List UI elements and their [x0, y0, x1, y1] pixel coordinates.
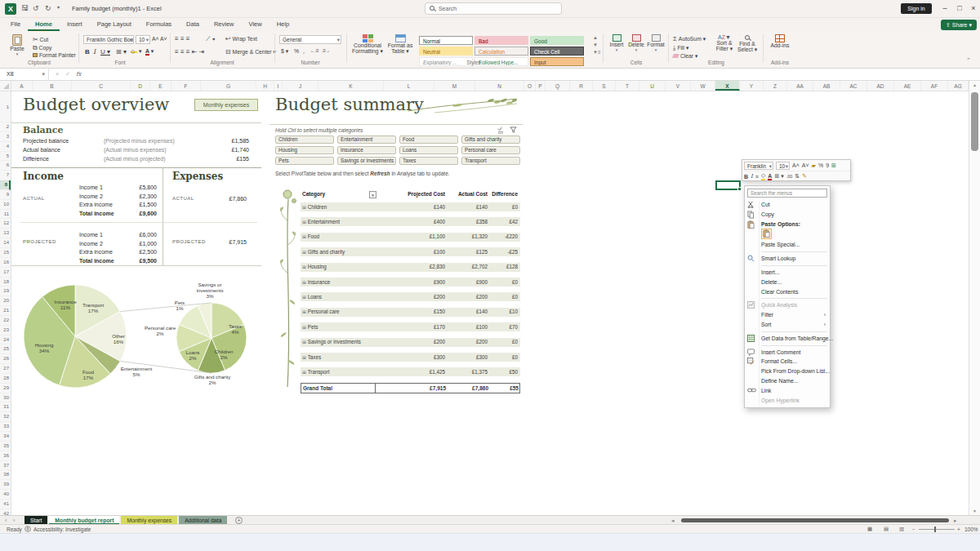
pivot-row-children[interactable]: ⊞ Children£140£140£0 — [301, 202, 520, 211]
column-header-f[interactable]: F — [172, 81, 201, 91]
row-header-12[interactable]: 12 — [0, 219, 11, 229]
row-header-10[interactable]: 10 — [0, 200, 11, 210]
vertical-scrollbar[interactable]: ▲ ▼ — [969, 81, 980, 515]
slicer-insurance[interactable]: Insurance — [337, 146, 396, 154]
paste-icon[interactable] — [761, 229, 772, 239]
pivot-row-gifts-and-charity[interactable]: ⊞ Gifts and charity£100£125-£25 — [301, 247, 520, 256]
column-header-y[interactable]: Y — [740, 81, 764, 91]
maximize-button[interactable]: □ — [954, 2, 965, 15]
menu-item-get-data-from-table-range[interactable]: Get Data from Table/Range... — [745, 334, 830, 344]
conditional-formatting-button[interactable]: ConditionalFormatting ▾ — [351, 34, 384, 55]
row-header-5[interactable]: 5 — [0, 152, 11, 162]
pivot-row-transport[interactable]: ⊞ Transport£1,425£1,375£50 — [301, 367, 520, 376]
multi-select-icon[interactable] — [497, 127, 505, 135]
column-header-aa[interactable]: AA — [787, 81, 813, 91]
align-left-button[interactable]: ≡ ≡ ≡ ⇤ ⇥ — [175, 48, 204, 56]
mini-bold[interactable]: B — [744, 174, 748, 180]
borders-button[interactable]: ⊞ ▾ — [116, 48, 127, 56]
mini-font-color[interactable]: A — [768, 173, 772, 180]
row-header-21[interactable]: 21 — [0, 306, 11, 316]
row-header-42[interactable]: 42 — [0, 509, 11, 515]
font-size-combo[interactable]: 10▾ — [136, 35, 150, 44]
row-header-3[interactable]: 3 — [0, 132, 11, 142]
menu-item-clear-contents[interactable]: Clear Contents — [745, 287, 830, 297]
column-header-p[interactable]: P — [536, 81, 546, 91]
mini-table-icon[interactable]: ⊞ — [831, 162, 836, 169]
expand-icon[interactable]: ⊞ — [302, 295, 308, 300]
column-header-h[interactable]: H — [256, 81, 274, 91]
row-header-15[interactable]: 15 — [0, 248, 11, 258]
row-header-26[interactable]: 26 — [0, 354, 11, 364]
name-box[interactable]: X8▾ — [0, 69, 49, 80]
bold-button[interactable]: B — [85, 48, 90, 56]
expand-icon[interactable]: ⊞ — [302, 264, 308, 269]
pivot-row-pets[interactable]: ⊞ Pets£170£100£70 — [301, 322, 520, 331]
insert-cells-button[interactable]: Insert▾ — [608, 34, 626, 52]
row-header-8[interactable]: 8 — [0, 180, 11, 190]
pivot-row-housing[interactable]: ⊞ Housing£2,830£2,702£128 — [301, 263, 520, 272]
row-header-7[interactable]: 7 — [0, 171, 11, 180]
monthly-expenses-button[interactable]: Monthly expenses — [194, 99, 258, 111]
formula-input[interactable] — [88, 69, 969, 80]
row-header-16[interactable]: 16 — [0, 258, 11, 268]
row-header-39[interactable]: 39 — [0, 480, 11, 490]
mini-grow-font[interactable]: A˄ — [792, 162, 800, 168]
sign-in-button[interactable]: Sign in — [901, 3, 932, 14]
pivot-row-food[interactable]: ⊞ Food£1,100£1,320-£220 — [301, 233, 520, 242]
column-header-o[interactable]: O — [524, 81, 536, 91]
slicer-savings-or-investments[interactable]: Savings or investments — [337, 157, 396, 165]
accessibility-status[interactable]: Accessibility: Investigate — [33, 527, 91, 532]
row-header-9[interactable]: 9 — [0, 190, 11, 200]
italic-button[interactable]: I — [93, 48, 96, 56]
merge-center-button[interactable]: ⊟ Merge & Center ▾ — [225, 48, 276, 56]
row-headers[interactable]: 1234567891011121314151617181920212223242… — [0, 91, 11, 515]
row-header-17[interactable]: 17 — [0, 268, 11, 278]
cancel-icon[interactable]: × — [56, 71, 59, 77]
page-break-view-icon[interactable]: ▥ — [899, 526, 904, 532]
mini-sort[interactable]: ⇅ — [795, 173, 800, 180]
add-ins-button[interactable]: Add-ins — [768, 34, 792, 48]
copy-button[interactable]: ⧉ Copy — [33, 44, 51, 52]
pivot-table[interactable]: Category▾Projected CostActual CostDiffer… — [301, 189, 520, 395]
close-button[interactable]: × — [968, 2, 979, 15]
zoom-in-icon[interactable]: + — [957, 527, 960, 532]
row-header-29[interactable]: 29 — [0, 384, 11, 393]
column-header-af[interactable]: AF — [921, 81, 948, 91]
horizontal-scroll-thumb[interactable] — [681, 518, 949, 522]
column-header-ab[interactable]: AB — [813, 81, 840, 91]
ribbon-tab-insert[interactable]: Insert — [60, 18, 90, 31]
row-header-18[interactable]: 18 — [0, 278, 11, 287]
ribbon-tab-help[interactable]: Help — [270, 18, 296, 31]
mini-increase-decimal[interactable]: .00 — [786, 174, 793, 179]
zoom-slider[interactable] — [919, 529, 955, 530]
mini-brush-icon[interactable]: ✎ — [802, 173, 807, 180]
slicer-personal-care[interactable]: Personal care — [461, 146, 520, 154]
menu-item-copy[interactable]: Copy — [745, 210, 830, 220]
menu-item-sort[interactable]: Sort› — [745, 320, 830, 330]
mini-align-center[interactable]: ≡ — [755, 174, 759, 180]
menu-item-paste-options[interactable]: Paste Options: — [745, 220, 830, 229]
page-layout-view-icon[interactable]: ▤ — [884, 526, 889, 532]
column-header-c[interactable]: C — [72, 81, 131, 91]
context-menu-search-input[interactable]: Search the menus — [747, 189, 827, 198]
row-header-11[interactable]: 11 — [0, 210, 11, 220]
column-header-r[interactable]: R — [570, 81, 593, 91]
find-select-button[interactable]: Find &Select ▾ — [737, 34, 758, 53]
column-header-m[interactable]: M — [434, 81, 475, 91]
expand-icon[interactable]: ⊞ — [302, 325, 308, 330]
pivot-row-entertainment[interactable]: ⊞ Entertainment£400£358£42 — [301, 217, 520, 226]
cell-style-good[interactable]: Good — [530, 36, 584, 45]
zoom-out-icon[interactable]: − — [912, 527, 915, 532]
mini-percent[interactable]: % — [818, 162, 823, 168]
minimize-button[interactable]: – — [939, 2, 951, 15]
column-header-a[interactable]: A — [11, 81, 33, 91]
menu-item-format-cells[interactable]: Format Cells... — [745, 357, 830, 367]
column-header-b[interactable]: B — [33, 81, 72, 91]
menu-item-define-name[interactable]: Define Name... — [745, 376, 830, 386]
cell-style-calculation[interactable]: Calculation — [474, 47, 528, 56]
sort-filter-button[interactable]: AZ▼ Sort &Filter ▾ — [714, 34, 735, 52]
vertical-scroll-thumb[interactable] — [971, 92, 978, 151]
row-header-40[interactable]: 40 — [0, 490, 11, 500]
column-header-z[interactable]: Z — [764, 81, 787, 91]
format-painter-button[interactable]: Format Painter — [33, 52, 76, 58]
